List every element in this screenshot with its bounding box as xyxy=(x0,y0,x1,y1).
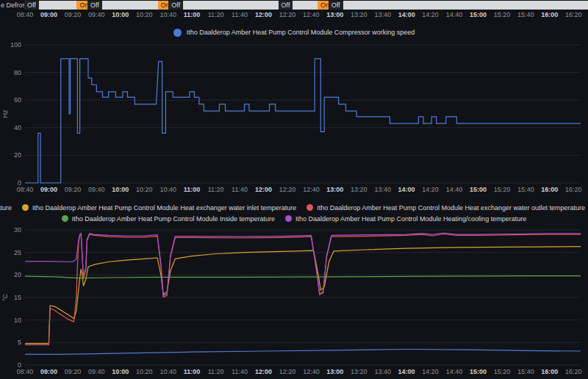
svg-text:Hz: Hz xyxy=(1,109,9,118)
svg-text:08:40: 08:40 xyxy=(17,368,34,375)
svg-text:12:20: 12:20 xyxy=(279,368,296,375)
defrost-state-bar[interactable] xyxy=(24,1,588,10)
svg-text:15: 15 xyxy=(14,294,21,301)
time-tick-label: 13:20 xyxy=(351,11,368,18)
defrost-state-badge-off: Off xyxy=(168,1,183,10)
svg-text:11:40: 11:40 xyxy=(232,186,248,193)
svg-text:10:40: 10:40 xyxy=(159,368,176,375)
temperature-legend-row-1: Pump Control Module Ambient temperature … xyxy=(0,202,588,213)
svg-text:10:40: 10:40 xyxy=(159,186,176,193)
time-tick-label: 15:20 xyxy=(494,11,511,18)
svg-text:14:40: 14:40 xyxy=(446,186,463,193)
svg-text:13:20: 13:20 xyxy=(351,186,368,193)
svg-text:15:40: 15:40 xyxy=(517,186,534,193)
legend-dot-water-inlet xyxy=(22,204,29,211)
svg-text:09:00: 09:00 xyxy=(40,186,57,193)
svg-text:°C: °C xyxy=(1,293,9,301)
legend-dot-heating-cooling xyxy=(285,215,292,222)
svg-text:10: 10 xyxy=(14,317,21,324)
svg-text:11:00: 11:00 xyxy=(184,186,201,193)
svg-text:25: 25 xyxy=(14,249,21,256)
svg-text:60: 60 xyxy=(14,96,21,104)
svg-text:13:20: 13:20 xyxy=(351,368,368,375)
svg-text:09:00: 09:00 xyxy=(40,368,57,375)
temperature-legend: Pump Control Module Ambient temperature … xyxy=(0,202,588,224)
time-tick-label: 10:00 xyxy=(112,11,129,18)
legend-label-ambient: Pump Control Module Ambient temperature xyxy=(0,204,12,212)
legend-item-ambient[interactable]: Pump Control Module Ambient temperature xyxy=(0,204,12,212)
defrost-state-timeline: e Defrost OffOnOffOnOffOffOnOff xyxy=(0,0,588,10)
time-tick-label: 12:20 xyxy=(279,11,296,18)
svg-text:100: 100 xyxy=(10,41,21,48)
svg-text:16:20: 16:20 xyxy=(565,186,582,193)
compressor-chart[interactable]: 02040608010008:4009:0009:2009:4010:0010:… xyxy=(0,39,588,195)
legend-dot-compressor xyxy=(173,29,182,37)
svg-text:15:00: 15:00 xyxy=(470,186,487,193)
svg-text:13:00: 13:00 xyxy=(326,368,343,375)
legend-item-water-inlet[interactable]: Itho Daalderop Amber Heat Pump Control M… xyxy=(22,204,296,212)
svg-text:11:00: 11:00 xyxy=(184,368,201,375)
legend-item-inside[interactable]: Itho Daalderop Amber Heat Pump Control M… xyxy=(62,215,275,223)
legend-label-water-outlet: Itho Daalderop Amber Heat Pump Control M… xyxy=(317,204,585,212)
time-tick-label: 14:20 xyxy=(422,11,439,18)
legend-item-heating-cooling[interactable]: Itho Daalderop Amber Heat Pump Control M… xyxy=(285,215,526,223)
svg-text:12:40: 12:40 xyxy=(303,368,320,375)
svg-text:20: 20 xyxy=(14,271,21,278)
svg-text:12:40: 12:40 xyxy=(303,186,320,193)
svg-text:16:00: 16:00 xyxy=(541,186,558,193)
time-tick-label: 16:00 xyxy=(541,11,558,18)
svg-text:14:00: 14:00 xyxy=(398,368,415,375)
time-tick-label: 11:20 xyxy=(208,11,224,18)
svg-text:10:00: 10:00 xyxy=(112,368,129,375)
svg-text:15:20: 15:20 xyxy=(494,186,511,193)
defrost-state-badge-off: Off xyxy=(329,1,343,10)
time-tick-label: 10:40 xyxy=(159,11,176,18)
defrost-state-badge-off: Off xyxy=(279,1,293,10)
svg-text:14:40: 14:40 xyxy=(446,368,463,375)
svg-text:09:20: 09:20 xyxy=(65,186,82,193)
svg-text:40: 40 xyxy=(14,124,21,131)
time-tick-label: 11:40 xyxy=(232,11,248,18)
svg-text:12:20: 12:20 xyxy=(279,186,296,193)
time-tick-label: 14:40 xyxy=(446,11,463,18)
svg-text:11:40: 11:40 xyxy=(232,368,248,375)
svg-text:15:00: 15:00 xyxy=(470,368,487,375)
legend-label-heating-cooling: Itho Daalderop Amber Heat Pump Control M… xyxy=(295,215,526,223)
compressor-legend: Itho Daalderop Amber Heat Pump Control M… xyxy=(0,26,588,39)
legend-label-compressor[interactable]: Itho Daalderop Amber Heat Pump Control M… xyxy=(187,29,415,36)
timeline-time-axis: 08:4009:0009:2009:4010:0010:2010:4011:00… xyxy=(0,10,588,20)
time-tick-label: 15:40 xyxy=(517,11,534,18)
svg-text:09:40: 09:40 xyxy=(88,368,105,375)
svg-text:14:00: 14:00 xyxy=(398,186,415,193)
svg-text:15:20: 15:20 xyxy=(494,368,511,375)
svg-text:10:00: 10:00 xyxy=(112,186,129,193)
time-tick-label: 10:20 xyxy=(136,11,153,18)
temperature-chart[interactable]: 05101520253008:4009:0009:2009:4010:0010:… xyxy=(0,224,588,377)
svg-text:12:00: 12:00 xyxy=(255,186,272,193)
svg-text:30: 30 xyxy=(14,226,21,234)
time-tick-label: 13:40 xyxy=(374,11,391,18)
svg-text:12:00: 12:00 xyxy=(255,368,272,375)
svg-text:10:20: 10:20 xyxy=(136,186,153,193)
legend-dot-water-outlet xyxy=(306,204,313,211)
svg-text:09:20: 09:20 xyxy=(65,368,82,375)
time-tick-label: 09:40 xyxy=(88,11,105,18)
compressor-panel: Itho Daalderop Amber Heat Pump Control M… xyxy=(0,26,588,195)
svg-text:16:20: 16:20 xyxy=(565,368,582,375)
svg-text:11:20: 11:20 xyxy=(208,368,224,375)
svg-text:11:20: 11:20 xyxy=(208,186,224,193)
legend-item-water-outlet[interactable]: Itho Daalderop Amber Heat Pump Control M… xyxy=(306,204,585,212)
time-tick-label: 15:00 xyxy=(470,11,487,18)
svg-text:08:40: 08:40 xyxy=(17,186,34,193)
time-tick-label: 08:40 xyxy=(17,11,34,18)
legend-dot-inside xyxy=(62,215,68,222)
svg-text:10:20: 10:20 xyxy=(136,368,153,375)
defrost-state-badge-off: Off xyxy=(87,1,102,10)
svg-text:09:40: 09:40 xyxy=(88,186,105,193)
time-tick-label: 11:00 xyxy=(184,11,201,18)
time-tick-label: 12:00 xyxy=(255,11,272,18)
temperature-panel: Pump Control Module Ambient temperature … xyxy=(0,202,588,377)
time-tick-label: 14:00 xyxy=(398,11,415,18)
defrost-state-badge-off: Off xyxy=(24,1,39,10)
temperature-legend-row-2: Itho Daalderop Amber Heat Pump Control M… xyxy=(0,213,588,224)
